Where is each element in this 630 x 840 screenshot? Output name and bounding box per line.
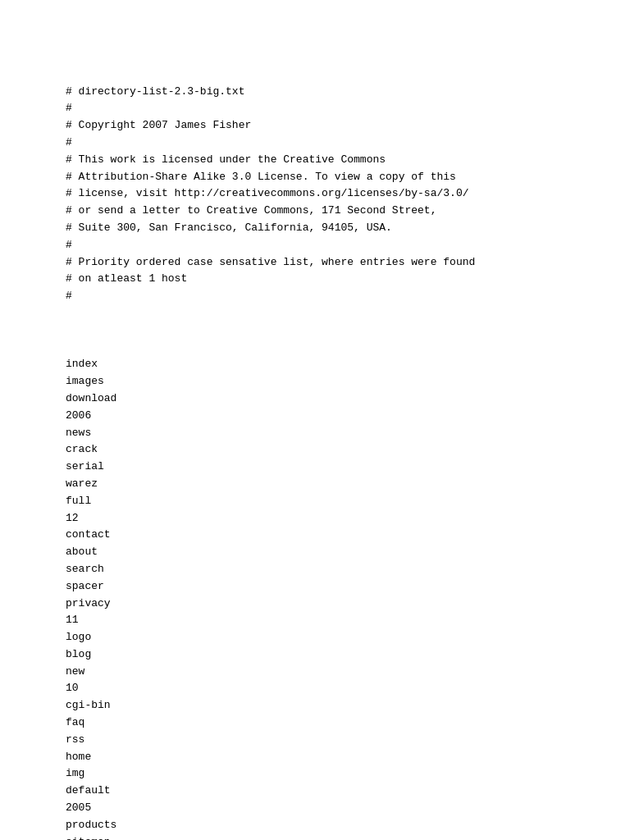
- comment-header: # directory-list-2.3-big.txt # # Copyrig…: [66, 84, 564, 305]
- directory-list: index images download 2006 news crack se…: [66, 340, 564, 840]
- file-content: # directory-list-2.3-big.txt # # Copyrig…: [66, 49, 564, 840]
